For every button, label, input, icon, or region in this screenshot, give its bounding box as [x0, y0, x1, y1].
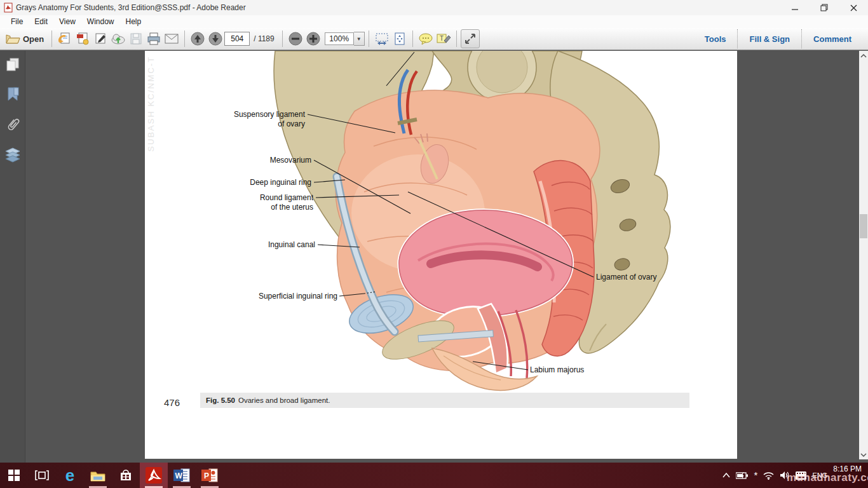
toolbar-panels: Tools Fill & Sign Comment [693, 28, 863, 50]
minimize-icon [792, 4, 799, 11]
sign-pen-icon [93, 32, 107, 46]
restore-icon [820, 4, 828, 11]
page-number-input[interactable] [224, 32, 250, 46]
menu-help[interactable]: Help [120, 16, 147, 27]
zoom-dropdown-button[interactable]: ▼ [354, 32, 365, 46]
restore-button[interactable] [810, 0, 839, 15]
toolbar-separator [412, 30, 413, 47]
fullscreen-arrows-icon [464, 32, 477, 45]
save-button[interactable] [127, 30, 145, 48]
battery-icon[interactable] [736, 471, 749, 479]
comment-bubble-button[interactable] [417, 30, 435, 48]
menu-view[interactable]: View [53, 16, 81, 27]
task-view-icon [35, 470, 49, 480]
sign-document-button[interactable] [92, 30, 109, 48]
create-pdf-button[interactable] [74, 30, 92, 48]
menu-window[interactable]: Window [81, 16, 120, 27]
caption-text: Ovaries and broad ligament. [238, 396, 330, 404]
svg-text:P: P [204, 471, 209, 480]
tab-comment[interactable]: Comment [802, 34, 863, 44]
minimize-button[interactable] [780, 0, 810, 15]
print-button[interactable] [145, 30, 163, 48]
layers-button[interactable] [4, 147, 21, 163]
export-pdf-icon [58, 32, 72, 46]
figure-caption: Fig. 5.50 Ovaries and broad ligament. [200, 393, 689, 408]
chevron-down-icon: ▼ [356, 36, 362, 42]
scroll-down-button[interactable] [859, 450, 868, 459]
page-up-icon [190, 31, 205, 46]
scrollbar-thumb[interactable] [860, 214, 867, 238]
label-suspensory-ligament: Suspensory ligament [234, 110, 306, 119]
upload-cloud-button[interactable] [109, 30, 127, 48]
page-thumbnails-button[interactable] [6, 57, 20, 72]
fullscreen-button[interactable] [461, 29, 480, 48]
label-deep-inguinal-ring: Deep inguinal ring [250, 178, 311, 187]
label-superficial-inguinal-ring: Superficial inguinal ring [259, 292, 337, 301]
zoom-in-icon [306, 31, 321, 46]
email-button[interactable] [163, 30, 180, 48]
taskbar: e W [0, 463, 868, 488]
start-button[interactable] [0, 463, 28, 488]
fit-width-button[interactable] [373, 30, 391, 48]
label-labium-majorus: Labium majorus [530, 365, 584, 374]
word-taskbar-button[interactable]: W [168, 463, 196, 488]
powerpoint-taskbar-button[interactable]: P [196, 463, 224, 488]
create-pdf-icon [76, 32, 90, 46]
toolbar-separator [282, 30, 283, 47]
zoom-out-icon [288, 31, 303, 46]
toolbar-separator [51, 30, 52, 47]
next-page-button[interactable] [207, 30, 224, 48]
windows-store-button[interactable] [112, 463, 140, 488]
tab-tools[interactable]: Tools [693, 34, 738, 44]
edge-browser-button[interactable]: e [56, 463, 84, 488]
cloud-upload-icon [111, 32, 126, 46]
hidden-icons-chevron[interactable] [722, 473, 730, 478]
previous-page-button[interactable] [189, 30, 207, 48]
adobe-reader-taskbar-button[interactable] [140, 463, 168, 488]
toolbar: Open [0, 28, 868, 50]
site-watermark: muhadharaty.com [787, 471, 868, 484]
vertical-scrollbar[interactable] [859, 51, 868, 459]
windows-logo-icon [8, 470, 20, 481]
close-button[interactable] [839, 0, 868, 15]
export-pdf-button[interactable] [56, 30, 74, 48]
close-icon [850, 4, 857, 11]
file-explorer-button[interactable] [84, 463, 112, 488]
print-icon [147, 32, 161, 45]
toolbar-separator [369, 30, 369, 47]
zoom-level-value[interactable]: 100% [325, 32, 354, 45]
save-floppy-icon [130, 32, 142, 45]
menu-file[interactable]: File [5, 16, 29, 27]
sign-text-icon: T [436, 32, 451, 45]
title-bar: Grays Anatomy For Students, 3rd Edition@… [0, 0, 868, 15]
paperclip-icon [5, 117, 20, 133]
uterus [399, 210, 573, 316]
page-thumbnails-icon [6, 57, 20, 72]
zoom-out-button[interactable] [287, 30, 304, 48]
svg-text:T: T [440, 35, 444, 42]
menu-edit[interactable]: Edit [29, 16, 53, 27]
open-button[interactable]: Open [5, 30, 48, 48]
fit-page-button[interactable] [391, 30, 409, 48]
powerpoint-icon: P [201, 468, 218, 483]
tab-fill-and-sign[interactable]: Fill & Sign [738, 34, 801, 44]
svg-text:W: W [175, 471, 183, 480]
bookmarks-icon [6, 86, 20, 103]
email-envelope-icon [165, 34, 179, 44]
fit-width-icon [375, 32, 389, 45]
label-round-ligament: Round ligament [260, 193, 314, 202]
scroll-up-button[interactable] [859, 51, 868, 60]
bookmarks-button[interactable] [6, 86, 20, 103]
comment-bubble-icon [418, 32, 433, 45]
edge-icon: e [65, 468, 74, 482]
zoom-in-button[interactable] [304, 30, 322, 48]
asterisk-tray-icon[interactable]: * [754, 472, 758, 478]
page-down-icon [208, 31, 223, 46]
store-bag-icon [119, 469, 132, 482]
text-annotation-button[interactable]: T [435, 30, 452, 48]
toolbar-separator [184, 30, 185, 47]
task-view-button[interactable] [28, 463, 56, 488]
attachments-button[interactable] [5, 117, 20, 133]
menu-bar: File Edit View Window Help [0, 15, 868, 28]
wifi-icon[interactable] [763, 471, 774, 480]
